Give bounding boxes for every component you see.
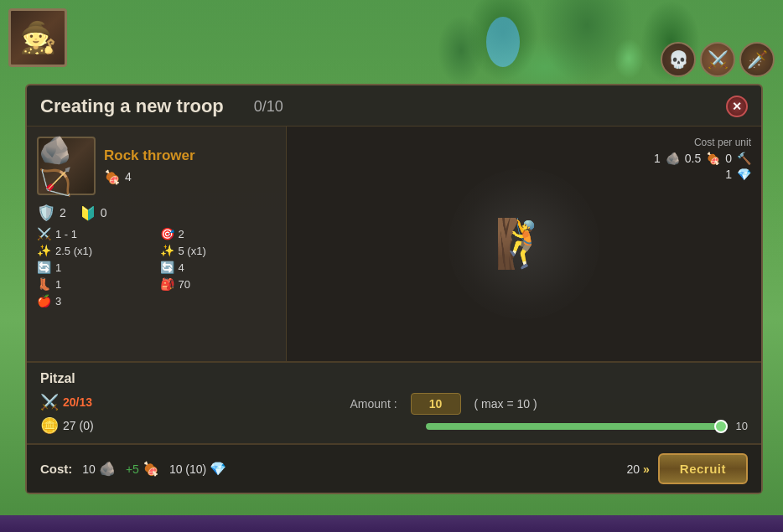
dmg2-icon: ✨: [160, 244, 174, 257]
dmg1-icon: ✨: [37, 244, 51, 257]
cost-item-2: +5 🍖: [126, 461, 159, 477]
armor-stat: 🛡️ 2: [37, 204, 66, 222]
character-icon[interactable]: 🧙: [8, 8, 67, 67]
cost-icon1: 🪨: [99, 461, 116, 477]
cpu-val1: 1: [654, 152, 661, 165]
bottom-bar: [0, 515, 783, 532]
create-troop-dialog: Creating a new troop 0/10 ✕ 🪨🏹 Rock thro…: [25, 84, 763, 494]
cpu-icon2: 🍖: [706, 152, 720, 165]
stat-dmg1: ✨ 2.5 (x1): [37, 244, 153, 257]
amount-label: Amount :: [350, 397, 397, 411]
troop-counter: 0/10: [254, 98, 283, 116]
unit-preview-circle: 🧗: [449, 168, 599, 319]
stat-fruit: 🍎 3: [37, 294, 153, 307]
stat-carry: 🎒 70: [160, 277, 277, 291]
top-icon-blade[interactable]: 🗡️: [739, 42, 775, 77]
top-icon-skull[interactable]: 💀: [661, 42, 696, 77]
stat-cd2-val: 4: [179, 261, 184, 274]
dialog-bottom: Pitzal ⚔️ 20/13 🪙 27 (0) Amount :: [27, 362, 761, 443]
stat-atk-val: 1 - 1: [55, 228, 77, 240]
player-shield-val: 27 (0): [63, 419, 94, 432]
unit-stats-grid: ⚔️ 1 - 1 🎯 2 ✨ 2.5 (x1) ✨ 5 (x1) 🔄 1: [37, 227, 276, 307]
sword-icon: ⚔️: [37, 227, 51, 240]
food-cost-val: 4: [125, 170, 132, 183]
cpu-icon3: 🔨: [737, 152, 751, 165]
recruit-button[interactable]: Recruit: [658, 453, 748, 484]
cost-item-1: 10 🪨: [82, 461, 116, 477]
dialog-title: Creating a new troop: [40, 96, 224, 117]
unit-header: 🪨🏹 Rock thrower 🍖 4: [37, 137, 276, 195]
unit-preview-sprite: 🧗: [495, 216, 553, 271]
bottom-main-row: ⚔️ 20/13 🪙 27 (0) Amount : ( max = 10 ): [40, 393, 748, 435]
armor-icon: 🛡️: [37, 204, 55, 222]
armor-val: 2: [60, 206, 66, 220]
player-sword-val: 20/13: [63, 395, 92, 409]
dialog-body: 🪨🏹 Rock thrower 🍖 4 🛡️ 2 🔰 0: [27, 127, 761, 361]
cost-section: Cost: 10 🪨 +5 🍖 10 (10) 💎: [40, 461, 226, 477]
fruit-icon: 🍎: [37, 294, 51, 307]
boots-icon: 👢: [37, 277, 51, 291]
cost-val2: +5: [126, 462, 139, 476]
stat-carry-val: 70: [179, 278, 190, 291]
stat-cd1-val: 1: [55, 261, 61, 274]
cpu-val3: 0: [725, 152, 732, 165]
top-icon-sword[interactable]: ⚔️: [700, 42, 735, 77]
cpu-val2: 0.5: [685, 152, 701, 165]
stat-range: 🎯 2: [160, 227, 277, 240]
shield-stat: 🔰 0: [80, 204, 107, 222]
footer-right: 20 » Recruit: [626, 453, 748, 484]
amount-input[interactable]: [411, 393, 461, 415]
amount-section: Amount : ( max = 10 ) 10: [350, 393, 748, 432]
carry-icon: 🎒: [160, 277, 174, 291]
stat-cd2: 🔄 4: [160, 261, 277, 274]
cpu-row2: 1 💎: [654, 168, 751, 181]
food-icon: 🍖: [104, 169, 121, 185]
max-text: ( max = 10 ): [474, 397, 537, 411]
unit-avatar: 🪨🏹: [37, 137, 96, 195]
character-figure: 🧙: [19, 20, 57, 55]
close-button[interactable]: ✕: [726, 96, 748, 117]
stat-atk: ⚔️ 1 - 1: [37, 227, 153, 240]
cost-icon2: 🍖: [143, 461, 159, 477]
amount-slider[interactable]: [426, 423, 728, 430]
stat-dmg2-val: 5 (x1): [179, 245, 206, 257]
cpu-icon4: 💎: [737, 168, 751, 181]
stat-dmg2: ✨ 5 (x1): [160, 244, 277, 257]
player-resources: ⚔️ 20/13 🪙 27 (0): [40, 393, 94, 435]
unit-info-panel: 🪨🏹 Rock thrower 🍖 4 🛡️ 2 🔰 0: [27, 127, 287, 361]
stat-fruit-val: 3: [55, 295, 61, 307]
cpu-icon1: 🪨: [666, 152, 680, 165]
cost-val1: 10: [82, 462, 96, 476]
player-sword-icon: ⚔️: [40, 393, 59, 411]
slider-max-label: 10: [736, 420, 748, 432]
page-num-val: 20: [626, 462, 640, 476]
cost-val3: 10 (10): [169, 462, 206, 476]
stat-dmg1-val: 2.5 (x1): [55, 245, 92, 257]
shield-icon: 🔰: [80, 205, 96, 221]
chevrons-icon[interactable]: »: [643, 462, 650, 476]
cost-item-3: 10 (10) 💎: [169, 461, 226, 477]
cost-icon3: 💎: [210, 461, 226, 477]
cd1-icon: 🔄: [37, 261, 51, 274]
cd2-icon: 🔄: [160, 261, 174, 274]
player-sword-resource: ⚔️ 20/13: [40, 393, 94, 411]
cpu-label: Cost per unit: [654, 137, 751, 148]
amount-row: Amount : ( max = 10 ): [350, 393, 748, 415]
range-icon: 🎯: [160, 227, 174, 240]
cost-label: Cost:: [40, 462, 72, 476]
unit-preview-panel: Cost per unit 1 🪨 0.5 🍖 0 🔨 1 💎 🧗: [287, 127, 761, 361]
unit-food-cost: 🍖 4: [104, 169, 195, 185]
slider-container: 10: [426, 420, 748, 432]
top-right-icons: 💀 ⚔️ 🗡️: [661, 42, 775, 77]
top-bar: 🧙: [8, 8, 67, 67]
stat-boots: 👢 1: [37, 277, 153, 291]
cpu-val4: 1: [725, 168, 732, 181]
dialog-header: Creating a new troop 0/10 ✕: [27, 85, 761, 127]
cost-per-unit-box: Cost per unit 1 🪨 0.5 🍖 0 🔨 1 💎: [654, 137, 751, 183]
unit-header-right: Rock thrower 🍖 4: [104, 147, 195, 185]
player-shield-resource: 🪙 27 (0): [40, 416, 94, 435]
cpu-row1: 1 🪨 0.5 🍖 0 🔨: [654, 152, 751, 165]
armor-shield-row: 🛡️ 2 🔰 0: [37, 204, 276, 222]
player-name: Pitzal: [40, 371, 748, 386]
unit-name: Rock thrower: [104, 147, 195, 164]
